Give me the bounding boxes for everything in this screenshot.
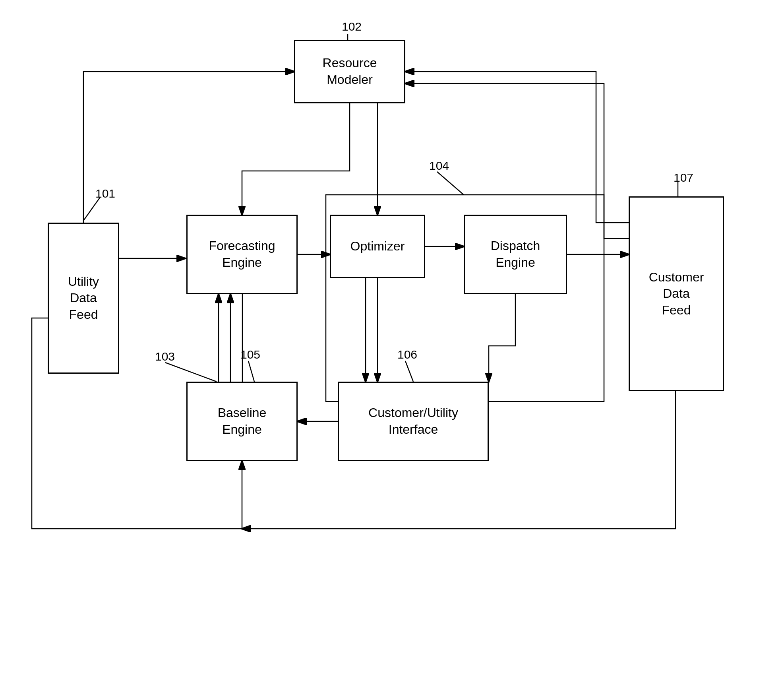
ref-101-label: 101 <box>95 187 115 200</box>
ref-102-label: 102 <box>342 20 362 33</box>
customer-data-feed-box: CustomerDataFeed <box>629 196 724 391</box>
resource-modeler-label: ResourceModeler <box>323 55 377 88</box>
forecasting-engine-label: ForecastingEngine <box>209 238 275 271</box>
svg-line-5 <box>437 172 464 195</box>
baseline-engine-box: BaselineEngine <box>186 382 298 461</box>
svg-line-4 <box>165 363 217 382</box>
customer-utility-interface-label: Customer/UtilityInterface <box>368 405 458 438</box>
ref-103-label: 103 <box>155 350 175 363</box>
ref-106-label: 106 <box>397 348 417 361</box>
utility-data-feed-box: UtilityDataFeed <box>48 223 119 374</box>
customer-utility-interface-box: Customer/UtilityInterface <box>338 382 489 461</box>
forecasting-engine-box: ForecastingEngine <box>186 215 298 294</box>
dispatch-engine-label: DispatchEngine <box>491 238 540 271</box>
customer-data-feed-label: CustomerDataFeed <box>649 269 704 319</box>
resource-modeler-box: ResourceModeler <box>294 40 405 103</box>
diagram-container: ResourceModeler UtilityDataFeed Forecast… <box>0 0 784 677</box>
optimizer-label: Optimizer <box>350 238 405 255</box>
ref-104-label: 104 <box>429 159 449 173</box>
dispatch-engine-box: DispatchEngine <box>464 215 567 294</box>
optimizer-box: Optimizer <box>330 215 425 278</box>
ref-107-label: 107 <box>674 171 693 184</box>
svg-line-6 <box>248 361 254 382</box>
baseline-engine-label: BaselineEngine <box>218 405 267 438</box>
utility-data-feed-label: UtilityDataFeed <box>68 274 99 323</box>
svg-line-7 <box>405 361 413 382</box>
svg-line-3 <box>83 197 100 221</box>
ref-105-label: 105 <box>240 348 260 361</box>
